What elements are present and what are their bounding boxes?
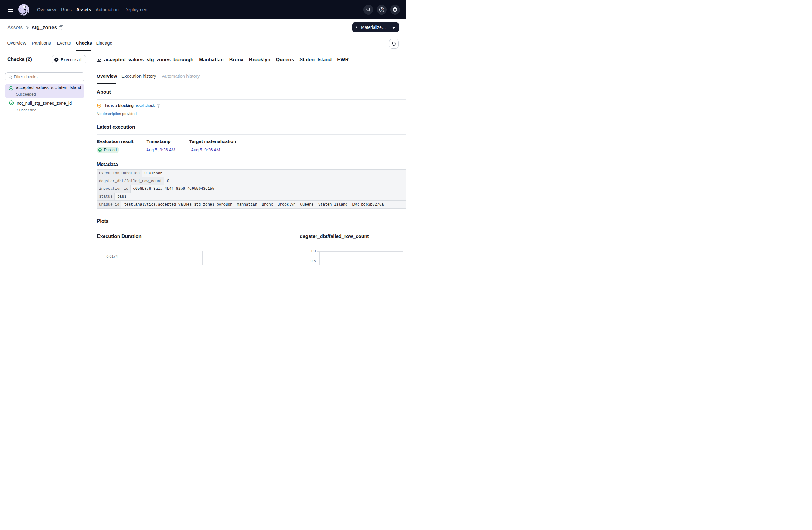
svg-text:?: ? bbox=[381, 8, 382, 12]
